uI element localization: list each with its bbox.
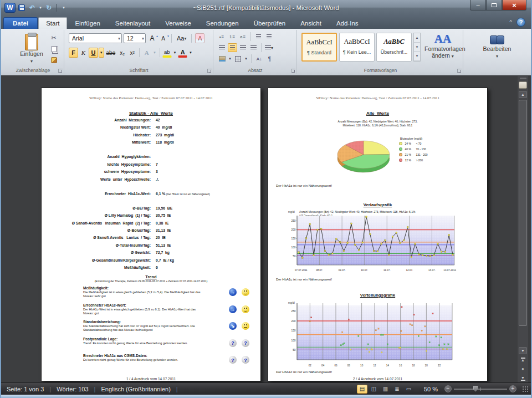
vertical-scrollbar[interactable]: ▲ ▼ ▲ ● ▼	[518, 76, 528, 382]
font-name-combo[interactable]: Arial▾	[69, 33, 122, 43]
show-marks-button[interactable]: ¶	[265, 54, 274, 63]
window-title: ~SiB251.rtf [Kompatibilitätsmodus] - Mic…	[1, 4, 531, 11]
format-painter-button[interactable]	[49, 55, 59, 64]
tab-start[interactable]: Start	[38, 17, 67, 29]
ruler-toggle-button[interactable]	[519, 81, 527, 89]
align-left-button[interactable]	[217, 43, 227, 52]
status-segment[interactable]: Wörter: 103	[51, 386, 94, 392]
scroll-down-button[interactable]: ▼	[519, 347, 527, 354]
text-effects-button[interactable]: A	[142, 48, 151, 58]
print-layout-view-button[interactable]: ▤	[357, 385, 367, 394]
increase-indent-button[interactable]	[264, 32, 274, 41]
superscript-button[interactable]: x²	[127, 48, 137, 58]
copy-button[interactable]	[49, 44, 59, 53]
zoom-out-button[interactable]: −	[444, 385, 452, 392]
tab-ansicht[interactable]: Ansicht	[293, 18, 329, 29]
tab-verweise[interactable]: Verweise	[158, 18, 198, 29]
style-ueberschrift[interactable]: AaBbC Überschrif...	[376, 33, 412, 62]
font-color-button[interactable]: A	[178, 48, 187, 58]
borders-button[interactable]	[233, 54, 243, 63]
draft-view-button[interactable]: ▭	[403, 385, 414, 394]
bullets-button[interactable]: •≡	[217, 32, 227, 41]
qat-customize-button[interactable]: ▾	[59, 3, 68, 12]
zoom-in-button[interactable]: +	[509, 385, 516, 392]
grow-font-button[interactable]: A	[147, 33, 157, 43]
scrollbar-track[interactable]	[519, 100, 527, 345]
clear-formatting-button[interactable]: A	[195, 33, 204, 43]
minimize-button[interactable]: –	[470, 0, 486, 11]
zoom-slider-track[interactable]	[454, 389, 507, 390]
maximize-button[interactable]	[486, 0, 502, 11]
document-page-2[interactable]: SiDiary: Name des Patienten: Demo-org, T…	[268, 88, 488, 381]
next-page-button[interactable]: ▼	[519, 375, 527, 382]
save-button[interactable]	[17, 3, 26, 12]
numbering-button[interactable]: 1≡	[228, 32, 237, 41]
help-button[interactable]: ?	[516, 18, 525, 27]
styles-dialog-launcher[interactable]	[457, 69, 462, 73]
underline-dropdown[interactable]: ▾	[99, 48, 104, 58]
tab--berpr-fen[interactable]: Überprüfen	[247, 18, 293, 29]
undo-button[interactable]: ↶	[28, 3, 37, 12]
justify-button[interactable]	[249, 43, 258, 52]
styles-gallery-scroll[interactable]: ▲ ▼ ▼	[413, 33, 421, 62]
zoom-level[interactable]: 50 %	[416, 386, 442, 392]
sort-button[interactable]: A↓	[254, 54, 264, 63]
align-right-button[interactable]	[238, 43, 248, 52]
zoom-slider[interactable]: − +	[444, 385, 516, 394]
select-browse-object-button[interactable]: ●	[519, 365, 527, 373]
underline-button[interactable]: U	[89, 48, 98, 58]
tab-datei[interactable]: Datei	[3, 17, 38, 29]
font-dialog-launcher[interactable]	[207, 69, 212, 73]
scroll-up-button[interactable]: ▲	[519, 91, 527, 98]
paragraph-dialog-launcher[interactable]	[291, 69, 295, 73]
word-logo-icon[interactable]: W	[4, 3, 16, 13]
font-size-combo[interactable]: 12▾	[124, 33, 146, 43]
fullscreen-reading-view-button[interactable]: ◫	[369, 385, 379, 394]
cut-button[interactable]: ✂	[49, 33, 59, 42]
change-styles-button[interactable]: AA Formatvorlagen ändern ▾	[424, 32, 461, 68]
text-effects-dropdown[interactable]: ▾	[152, 48, 157, 58]
paste-button[interactable]: Einfügen ▾	[18, 32, 45, 67]
bold-button[interactable]: F	[69, 48, 78, 58]
split-handle[interactable]	[520, 78, 526, 79]
editing-button[interactable]: Bearbeiten ▾	[464, 35, 530, 59]
status-segment[interactable]: Seite: 1 von 3	[1, 386, 49, 392]
outline-view-button[interactable]: ≣	[392, 385, 402, 394]
redo-button[interactable]: ↻	[44, 3, 53, 12]
tab-einf-gen[interactable]: Einfügen	[68, 18, 107, 29]
tab-seitenlayout[interactable]: Seitenlayout	[108, 18, 157, 29]
clipboard-dialog-launcher[interactable]	[58, 69, 63, 73]
subscript-button[interactable]: x₂	[117, 48, 127, 58]
zoom-slider-handle[interactable]	[473, 386, 478, 392]
highlight-dropdown[interactable]: ▾	[172, 48, 178, 58]
highlight-button[interactable]: ab	[162, 48, 172, 58]
decrease-indent-button[interactable]	[254, 32, 263, 41]
strikethrough-button[interactable]: abe	[105, 48, 117, 58]
tab-sendungen[interactable]: Sendungen	[199, 18, 246, 29]
hba1c-note-3: Der HbA1c ist nur ein Näherungswert!	[276, 370, 332, 374]
previous-page-button[interactable]: ▲	[519, 356, 527, 364]
shrink-font-button[interactable]: A	[158, 33, 168, 43]
close-button[interactable]: ×	[502, 0, 526, 11]
shading-button[interactable]	[217, 54, 227, 63]
font-color-dropdown[interactable]: ▾	[188, 48, 193, 58]
shading-dropdown[interactable]: ▾	[228, 54, 232, 63]
multilevel-list-button[interactable]: a≡	[238, 32, 248, 41]
borders-dropdown[interactable]: ▾	[244, 54, 248, 63]
status-segment[interactable]: Englisch (Großbritannien)	[95, 386, 176, 392]
ribbon-collapse-button[interactable]: ^	[509, 19, 512, 25]
style-kein-leerraum[interactable]: AaBbCcI ¶ Kein Lee...	[339, 33, 375, 62]
web-layout-view-button[interactable]: ▥	[380, 385, 391, 394]
align-center-button[interactable]	[228, 43, 237, 52]
style-standard[interactable]: AaBbCcI ¶ Standard	[301, 33, 337, 62]
legend-color-dot	[399, 147, 402, 151]
scrollbar-thumb[interactable]	[519, 100, 527, 326]
italic-button[interactable]: K	[79, 48, 88, 58]
resize-grip[interactable]	[522, 386, 529, 392]
undo-dropdown[interactable]: ▾	[38, 3, 43, 12]
stat-row: Ø Lilly Humalog (1) / Tag:30,75 IE	[42, 213, 261, 221]
document-page-1[interactable]: SiDiary: Name des Patienten: Demo-org, T…	[41, 88, 261, 381]
tab-add-ins[interactable]: Add-Ins	[329, 18, 366, 29]
change-case-button[interactable]: Aa▾	[175, 33, 188, 43]
line-spacing-button[interactable]: ▾	[264, 43, 274, 52]
